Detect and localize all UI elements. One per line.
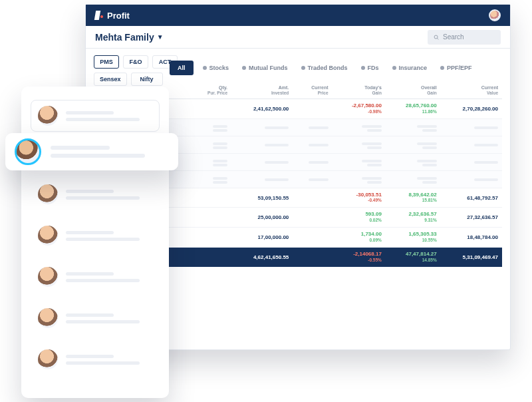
tab-pms[interactable]: PMS <box>94 55 119 69</box>
col-current-price[interactable]: CurrentPrice <box>293 82 332 99</box>
dot-icon <box>242 66 246 70</box>
search-input[interactable]: Search <box>428 30 501 45</box>
cat-tab-stocks[interactable]: Stocks <box>199 61 233 75</box>
dot-icon <box>392 66 396 70</box>
col-current-value[interactable]: CurrentValue <box>441 82 502 99</box>
window-subheader: Mehta Family ▼ Search <box>86 26 510 49</box>
cat-tab-fds[interactable]: FDs <box>357 61 383 75</box>
col-qty-price[interactable]: Qty.Pur. Price <box>192 82 231 99</box>
search-placeholder: Search <box>443 33 464 41</box>
family-member-item[interactable] <box>31 343 160 375</box>
brand-name: Profit <box>107 11 130 21</box>
tab-sensex[interactable]: Sensex <box>94 73 127 86</box>
svg-line-1 <box>437 38 438 39</box>
avatar <box>38 106 58 126</box>
avatar <box>38 349 58 369</box>
chevron-down-icon: ▼ <box>157 33 164 41</box>
family-member-selected[interactable] <box>5 133 178 170</box>
portfolio-name-label: Mehta Family <box>95 32 154 43</box>
cat-tab-traded-bonds[interactable]: Traded Bonds <box>297 61 352 75</box>
svg-point-0 <box>434 35 438 39</box>
avatar-selected <box>15 138 41 165</box>
family-member-item[interactable] <box>31 178 160 210</box>
cat-tab-all[interactable]: All <box>170 61 194 75</box>
avatar <box>38 184 58 204</box>
category-tabs: All Stocks Mutual Funds Traded Bonds FDs… <box>170 61 502 75</box>
tab-nifty[interactable]: Nifty <box>131 73 163 86</box>
dot-icon <box>301 66 305 70</box>
brand-logo-icon <box>95 11 104 20</box>
avatar <box>38 226 58 246</box>
family-member-item[interactable] <box>31 100 160 132</box>
cat-tab-ppf-epf[interactable]: PPF/EPF <box>436 61 476 75</box>
dot-icon <box>440 66 444 70</box>
avatar <box>38 267 58 287</box>
col-overall-gain[interactable]: OverallGain <box>386 82 441 99</box>
portfolio-picker[interactable]: Mehta Family ▼ <box>95 32 164 43</box>
brand[interactable]: Profit <box>95 11 130 21</box>
search-icon <box>433 34 440 41</box>
family-member-item[interactable] <box>31 261 160 293</box>
cat-tab-mutual-funds[interactable]: Mutual Funds <box>238 61 292 75</box>
family-member-item[interactable] <box>31 220 160 252</box>
app-topbar: Profit <box>86 5 510 26</box>
tab-fno[interactable]: F&O <box>123 55 148 69</box>
avatar <box>38 308 58 328</box>
dot-icon <box>203 66 207 70</box>
dot-icon <box>361 66 365 70</box>
col-amt-invested[interactable]: Amt.Invested <box>231 82 293 99</box>
family-member-item[interactable] <box>31 302 160 334</box>
user-avatar[interactable] <box>489 9 501 21</box>
col-todays-gain[interactable]: Today'sGain <box>332 82 386 99</box>
cat-tab-insurance[interactable]: Insurance <box>388 61 432 75</box>
